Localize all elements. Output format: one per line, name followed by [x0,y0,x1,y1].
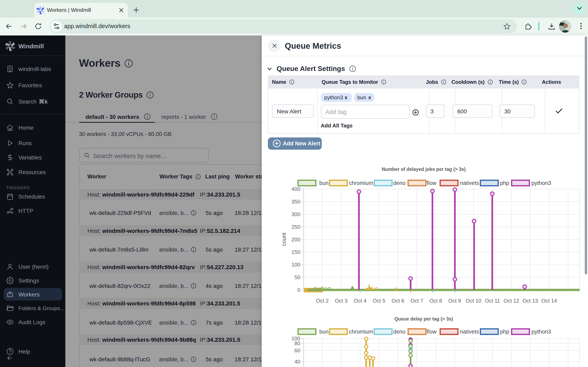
svg-text:Oct 7: Oct 7 [411,298,423,304]
svg-text:Oct 2: Oct 2 [316,298,329,304]
svg-text:50: 50 [294,274,300,280]
svg-text:Oct 6: Oct 6 [392,298,404,304]
svg-text:Number of delayed jobs per tag: Number of delayed jobs per tag (> 3s) [382,167,466,172]
svg-text:250: 250 [292,224,300,230]
svg-text:100: 100 [292,262,300,268]
svg-text:400: 400 [292,186,300,192]
svg-text:Oct 14: Oct 14 [541,298,557,304]
svg-text:bun: bun [319,180,329,186]
svg-text:Oct 12: Oct 12 [503,298,519,304]
svg-text:flow: flow [427,180,437,186]
svg-text:40: 40 [294,359,300,365]
svg-text:deno: deno [393,180,406,186]
svg-text:Oct 13: Oct 13 [522,298,538,304]
svg-text:python3: python3 [531,180,551,186]
svg-text:80: 80 [294,340,300,346]
svg-text:php: php [500,329,509,335]
svg-text:Oct 11: Oct 11 [485,298,500,304]
svg-text:chromium: chromium [349,180,373,186]
svg-text:nativets: nativets [460,180,479,186]
svg-text:150: 150 [292,249,300,255]
svg-text:flow: flow [427,329,437,335]
svg-text:Oct 10: Oct 10 [466,298,481,304]
svg-text:bun: bun [319,329,329,335]
svg-text:chromium: chromium [349,329,373,335]
svg-text:Oct 5: Oct 5 [373,298,385,304]
svg-text:php: php [500,180,509,186]
svg-text:Oct 9: Oct 9 [448,298,461,304]
svg-text:60: 60 [294,347,300,354]
svg-text:Oct 8: Oct 8 [429,298,442,304]
svg-text:0: 0 [297,287,300,293]
svg-text:deno: deno [393,329,406,335]
svg-text:count: count [281,233,287,246]
svg-text:350: 350 [292,199,300,205]
svg-text:Queue delay per tag (> 3s): Queue delay per tag (> 3s) [394,316,453,322]
svg-text:nativets: nativets [460,329,479,335]
svg-text:200: 200 [292,236,300,243]
svg-text:python3: python3 [531,329,551,335]
svg-text:300: 300 [292,211,300,217]
svg-text:Oct 4: Oct 4 [354,298,366,304]
svg-text:Oct 3: Oct 3 [335,298,347,304]
